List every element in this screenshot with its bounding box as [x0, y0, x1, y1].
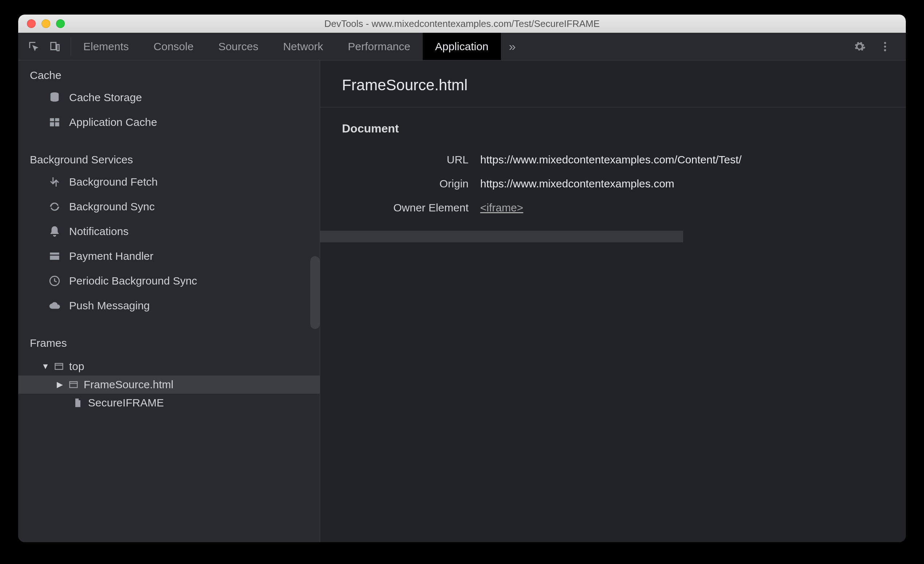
- chevron-down-icon[interactable]: ▼: [42, 362, 49, 371]
- frame-detail-panel: FrameSource.html Document URL https://ww…: [320, 60, 906, 542]
- sidebar-item-label: Push Messaging: [69, 296, 150, 315]
- main-horizontal-scrollbar[interactable]: [320, 231, 906, 242]
- sidebar-item-cache-storage[interactable]: Cache Storage: [18, 85, 320, 110]
- zoom-window-button[interactable]: [56, 19, 65, 28]
- devtools-toolbar: Elements Console Sources Network Perform…: [18, 33, 906, 60]
- sidebar-item-label: Payment Handler: [69, 247, 153, 266]
- more-tabs-icon[interactable]: »: [501, 39, 524, 54]
- row-origin: Origin https://www.mixedcontentexamples.…: [320, 172, 906, 196]
- frames-tree: ▼ top ▶ FrameSource.html SecureIFRAME: [18, 353, 320, 416]
- frames-tree-framesource[interactable]: ▶ FrameSource.html: [18, 375, 320, 394]
- inspect-icon[interactable]: [28, 40, 40, 53]
- tree-label: SecureIFRAME: [88, 397, 164, 409]
- sidebar-section-cache: Cache: [18, 60, 320, 85]
- frames-tree-top[interactable]: ▼ top: [18, 357, 320, 375]
- tab-sources[interactable]: Sources: [206, 33, 271, 60]
- sidebar-item-label: Background Fetch: [69, 172, 158, 191]
- sidebar-item-payment-handler[interactable]: Payment Handler: [18, 244, 320, 268]
- sidebar-item-push-messaging[interactable]: Push Messaging: [18, 293, 320, 318]
- window-title: DevTools - www.mixedcontentexamples.com/…: [18, 18, 906, 30]
- sync-icon: [47, 201, 62, 213]
- sidebar-item-label: Notifications: [69, 222, 128, 241]
- sidebar-item-application-cache[interactable]: Application Cache: [18, 110, 320, 135]
- sidebar-item-background-fetch[interactable]: Background Fetch: [18, 170, 320, 194]
- grid-icon: [47, 116, 62, 129]
- panel-tabs: Elements Console Sources Network Perform…: [71, 33, 501, 60]
- tab-performance[interactable]: Performance: [335, 33, 423, 60]
- owner-element-link[interactable]: <iframe>: [480, 202, 523, 214]
- sidebar-item-label: Application Cache: [69, 113, 157, 132]
- database-icon: [47, 92, 62, 104]
- tree-label: FrameSource.html: [84, 378, 174, 391]
- sidebar-scrollbar[interactable]: [310, 256, 320, 329]
- field-label: Origin: [320, 178, 480, 190]
- card-icon: [47, 250, 62, 262]
- sidebar-item-background-sync[interactable]: Background Sync: [18, 194, 320, 219]
- tab-console[interactable]: Console: [141, 33, 206, 60]
- tree-label: top: [69, 360, 84, 373]
- transfer-icon: [47, 176, 62, 188]
- tab-elements[interactable]: Elements: [71, 33, 141, 60]
- settings-gear-icon[interactable]: [854, 40, 866, 53]
- file-icon: [73, 398, 83, 408]
- close-window-button[interactable]: [27, 19, 36, 28]
- sidebar-item-periodic-background-sync[interactable]: Periodic Background Sync: [18, 268, 320, 293]
- sidebar-item-notifications[interactable]: Notifications: [18, 219, 320, 244]
- cloud-icon: [47, 300, 62, 312]
- sidebar-item-label: Cache Storage: [69, 88, 142, 107]
- sidebar-item-label: Periodic Background Sync: [69, 272, 197, 290]
- titlebar: DevTools - www.mixedcontentexamples.com/…: [18, 15, 906, 33]
- bell-icon: [47, 225, 62, 238]
- clock-icon: [47, 275, 62, 287]
- sidebar-section-background-services: Background Services: [18, 145, 320, 170]
- row-owner-element: Owner Element <iframe>: [320, 196, 906, 220]
- document-section-heading: Document: [320, 122, 906, 148]
- device-toggle-icon[interactable]: [49, 40, 61, 53]
- application-sidebar: Cache Cache Storage Application Cache Ba…: [18, 60, 320, 542]
- field-label: URL: [320, 153, 480, 166]
- field-label: Owner Element: [320, 202, 480, 214]
- field-value-url: https://www.mixedcontentexamples.com/Con…: [480, 153, 742, 166]
- sidebar-item-label: Background Sync: [69, 197, 154, 216]
- window-icon: [54, 362, 64, 372]
- window-icon: [68, 380, 79, 390]
- row-url: URL https://www.mixedcontentexamples.com…: [320, 148, 906, 172]
- devtools-window: DevTools - www.mixedcontentexamples.com/…: [18, 15, 906, 542]
- kebab-menu-icon[interactable]: [879, 40, 891, 53]
- tab-network[interactable]: Network: [271, 33, 335, 60]
- minimize-window-button[interactable]: [42, 19, 50, 28]
- frames-tree-secureiframe[interactable]: SecureIFRAME: [18, 394, 320, 412]
- field-value-origin: https://www.mixedcontentexamples.com: [480, 178, 675, 190]
- tab-application[interactable]: Application: [423, 33, 501, 60]
- panel-title: FrameSource.html: [320, 60, 906, 107]
- sidebar-section-frames: Frames: [18, 328, 320, 353]
- chevron-right-icon[interactable]: ▶: [56, 380, 63, 389]
